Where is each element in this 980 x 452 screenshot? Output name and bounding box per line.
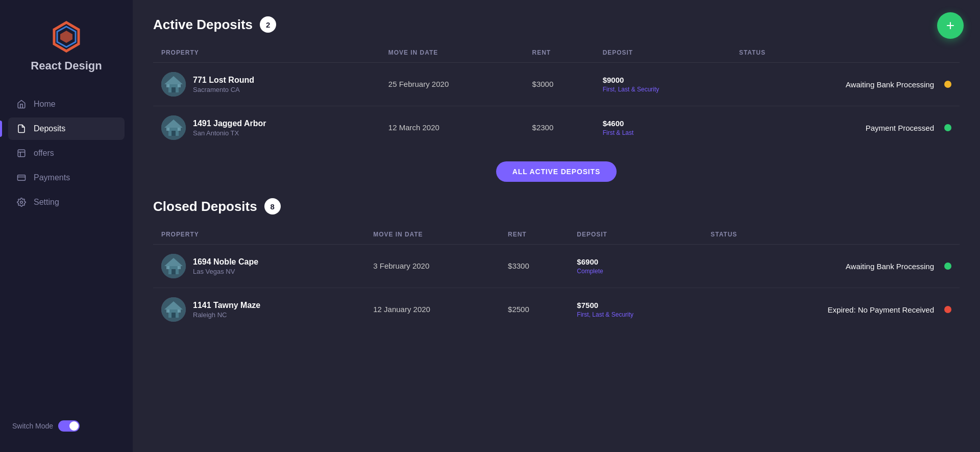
sidebar-item-payments-label: Payments (34, 173, 70, 182)
sidebar-item-offers[interactable]: offers (8, 142, 125, 164)
svg-rect-6 (18, 175, 26, 181)
active-deposits-count: 2 (260, 16, 276, 33)
property-thumbnail (161, 72, 186, 97)
status-cell: Expired: No Payment Received (710, 305, 951, 314)
sidebar-item-offers-label: offers (34, 149, 54, 158)
table-row[interactable]: 771 Lost Round Sacramento CA 25 February… (153, 63, 960, 106)
table-row[interactable]: 1141 Tawny Maze Raleigh NC 12 January 20… (153, 288, 960, 331)
deposit-amount: $9000 (603, 76, 723, 84)
app-title: React Design (31, 59, 102, 73)
svg-rect-25 (166, 266, 169, 269)
property-location: Raleigh NC (193, 311, 260, 319)
active-deposits-section: Active Deposits 2 PROPERTY MOVE IN DATE … (153, 16, 960, 149)
sidebar-item-deposits-label: Deposits (34, 124, 65, 133)
svg-rect-12 (172, 87, 176, 92)
closed-deposits-table: PROPERTY MOVE IN DATE RENT DEPOSIT STATU… (153, 225, 960, 331)
sidebar-item-setting[interactable]: Setting (8, 191, 125, 213)
sidebar-item-deposits[interactable]: Deposits (8, 117, 125, 140)
svg-rect-14 (178, 84, 181, 87)
deposit-type: First, Last & Security (603, 86, 723, 93)
move-in-date: 12 March 2020 (388, 123, 439, 132)
svg-rect-31 (166, 310, 169, 313)
rent-amount: $2500 (508, 305, 529, 314)
col-deposit-active: DEPOSIT (595, 43, 731, 63)
sidebar-item-home-label: Home (34, 100, 56, 109)
status-text: Payment Processed (866, 124, 934, 132)
deposit-type: First, Last & Security (577, 311, 694, 318)
switch-mode-label: Switch Mode (12, 422, 53, 430)
closed-deposits-count: 8 (264, 198, 281, 215)
col-deposit-closed: DEPOSIT (569, 225, 702, 245)
property-name: 1141 Tawny Maze (193, 301, 260, 310)
rent-amount: $2300 (532, 123, 554, 132)
move-in-date: 12 January 2020 (373, 305, 430, 314)
app-logo (50, 20, 83, 53)
deposit-type: First & Last (603, 129, 723, 136)
property-name: 1491 Jagged Arbor (193, 119, 266, 128)
status-cell: Payment Processed (739, 124, 951, 132)
property-cell: 1141 Tawny Maze Raleigh NC (161, 297, 357, 322)
switch-mode-area: Switch Mode (0, 412, 133, 440)
status-cell: Awaiting Bank Processing (739, 80, 951, 89)
dark-mode-toggle[interactable] (58, 420, 80, 432)
table-row[interactable]: 1694 Noble Cape Las Vegas NV 3 February … (153, 245, 960, 288)
svg-rect-32 (178, 310, 181, 313)
move-in-date: 25 February 2020 (388, 80, 449, 88)
sidebar: React Design Home Deposits offers (0, 0, 133, 452)
status-cell: Awaiting Bank Processing (710, 262, 951, 271)
home-icon (16, 99, 27, 109)
status-dot (944, 263, 951, 270)
rent-amount: $3300 (508, 261, 529, 270)
svg-rect-20 (178, 128, 181, 131)
property-thumbnail (161, 115, 186, 140)
payments-icon (16, 173, 27, 183)
main-content: + Active Deposits 2 PROPERTY MOVE IN DAT… (133, 0, 980, 452)
property-cell: 1694 Noble Cape Las Vegas NV (161, 254, 357, 278)
all-active-deposits-row: ALL ACTIVE DEPOSITS (153, 161, 960, 182)
active-deposits-table: PROPERTY MOVE IN DATE RENT DEPOSIT STATU… (153, 43, 960, 149)
property-cell: 771 Lost Round Sacramento CA (161, 72, 372, 97)
deposit-amount: $6900 (577, 257, 694, 266)
all-active-deposits-button[interactable]: ALL ACTIVE DEPOSITS (496, 161, 617, 182)
status-dot (944, 81, 951, 88)
col-movein-active: MOVE IN DATE (380, 43, 524, 63)
add-button[interactable]: + (937, 12, 964, 39)
logo-area: React Design (0, 12, 133, 93)
sidebar-item-setting-label: Setting (34, 198, 59, 207)
deposit-amount: $7500 (577, 301, 694, 310)
col-status-closed: STATUS (702, 225, 960, 245)
active-deposits-table-header-row: PROPERTY MOVE IN DATE RENT DEPOSIT STATU… (153, 43, 960, 63)
status-dot (944, 306, 951, 313)
property-thumbnail (161, 254, 186, 278)
property-name: 771 Lost Round (193, 76, 254, 85)
closed-deposits-title: Closed Deposits (153, 199, 257, 215)
svg-rect-3 (18, 150, 25, 157)
property-location: Sacramento CA (193, 86, 254, 93)
col-rent-active: RENT (524, 43, 595, 63)
deposit-amount: $4600 (603, 119, 723, 128)
property-location: Las Vegas NV (193, 268, 258, 275)
rent-amount: $3000 (532, 80, 554, 88)
svg-rect-30 (172, 313, 176, 318)
col-property-active: PROPERTY (153, 43, 380, 63)
col-property-closed: PROPERTY (153, 225, 365, 245)
sidebar-item-payments[interactable]: Payments (8, 166, 125, 189)
table-row[interactable]: 1491 Jagged Arbor San Antonio TX 12 Marc… (153, 106, 960, 150)
col-movein-closed: MOVE IN DATE (365, 225, 500, 245)
move-in-date: 3 February 2020 (373, 261, 429, 270)
property-cell: 1491 Jagged Arbor San Antonio TX (161, 115, 372, 140)
svg-point-8 (20, 201, 23, 204)
offers-icon (16, 148, 27, 158)
sidebar-item-home[interactable]: Home (8, 93, 125, 115)
property-thumbnail (161, 297, 186, 322)
svg-rect-24 (172, 269, 176, 274)
active-deposits-title: Active Deposits (153, 17, 253, 33)
active-deposits-header: Active Deposits 2 (153, 16, 960, 33)
plus-icon: + (946, 17, 954, 34)
property-location: San Antonio TX (193, 129, 266, 137)
col-rent-closed: RENT (500, 225, 569, 245)
svg-rect-13 (166, 84, 169, 87)
status-text: Awaiting Bank Processing (846, 80, 934, 89)
svg-rect-26 (178, 266, 181, 269)
status-dot (944, 124, 951, 131)
